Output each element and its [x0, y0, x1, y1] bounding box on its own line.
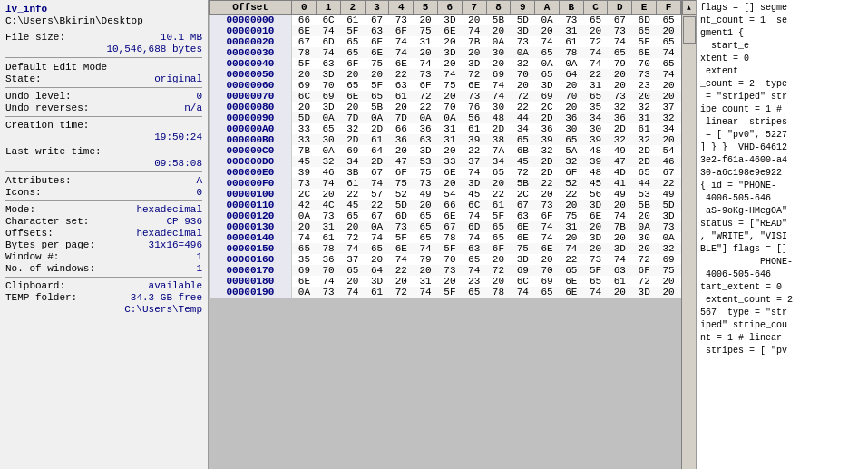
hex-cell[interactable]: 20 [486, 58, 511, 69]
hex-cell[interactable]: 5F [389, 232, 414, 243]
hex-cell[interactable]: 52 [389, 189, 414, 200]
hex-cell[interactable]: 53 [632, 189, 657, 200]
hex-cell[interactable]: 6F [340, 58, 365, 69]
hex-cell[interactable]: 36 [389, 134, 414, 145]
hex-cell[interactable]: 20 [583, 221, 608, 232]
hex-cell[interactable]: 61 [462, 123, 486, 134]
hex-cell[interactable]: 70 [535, 265, 560, 276]
hex-cell[interactable]: 73 [535, 200, 560, 210]
hex-cell[interactable]: 6C [292, 91, 317, 102]
hex-cell[interactable]: 61 [340, 178, 365, 189]
hex-cell[interactable]: 72 [462, 69, 486, 80]
hex-cell[interactable]: 74 [317, 25, 341, 36]
hex-cell[interactable]: 2D [365, 156, 389, 167]
hex-cell[interactable]: 20 [365, 69, 389, 80]
hex-cell[interactable]: 65 [292, 243, 317, 254]
hex-cell[interactable]: 74 [535, 232, 560, 243]
hex-cell[interactable]: 6E [632, 47, 657, 58]
hex-cell[interactable]: 7A [486, 145, 511, 156]
hex-cell[interactable]: 20 [535, 25, 560, 36]
hex-cell[interactable]: 20 [292, 221, 317, 232]
hex-cell[interactable]: 74 [462, 210, 486, 221]
hex-cell[interactable]: 36 [535, 123, 560, 134]
hex-cell[interactable]: 52 [559, 178, 583, 189]
hex-cell[interactable]: 32 [559, 156, 583, 167]
hex-cell[interactable]: 5D [511, 15, 535, 26]
hex-cell[interactable]: 65 [414, 232, 438, 243]
hex-cell[interactable]: 4D [608, 167, 632, 178]
hex-cell[interactable]: 44 [511, 112, 535, 123]
hex-cell[interactable]: 65 [583, 91, 608, 102]
hex-cell[interactable]: 65 [486, 221, 511, 232]
hex-cell[interactable]: 69 [317, 91, 341, 102]
hex-cell[interactable]: 74 [365, 178, 389, 189]
hex-cell[interactable]: 65 [340, 265, 365, 276]
hex-cell[interactable]: 30 [486, 102, 511, 112]
hex-cell[interactable]: 73 [559, 15, 583, 26]
hex-cell[interactable]: 3D [632, 287, 657, 298]
hex-cell[interactable]: 6E [511, 221, 535, 232]
hex-cell[interactable]: 69 [292, 265, 317, 276]
hex-cell[interactable]: 20 [438, 145, 463, 156]
hex-cell[interactable]: 65 [340, 36, 365, 47]
hex-cell[interactable]: 5A [559, 145, 583, 156]
hex-cell[interactable]: 67 [657, 167, 681, 178]
hex-cell[interactable]: 6F [389, 25, 414, 36]
hex-cell[interactable]: 20 [438, 178, 463, 189]
hex-cell[interactable]: 36 [559, 112, 583, 123]
hex-cell[interactable]: 67 [365, 15, 389, 26]
hex-cell[interactable]: 63 [511, 210, 535, 221]
hex-cell[interactable]: 48 [583, 167, 608, 178]
hex-cell[interactable]: 32 [535, 145, 560, 156]
hex-cell[interactable]: 67 [608, 15, 632, 26]
hex-cell[interactable]: 5F [365, 80, 389, 91]
hex-cell[interactable]: 20 [462, 15, 486, 26]
hex-cell[interactable]: 30 [486, 47, 511, 58]
hex-cell[interactable]: 6F [559, 167, 583, 178]
hex-cell[interactable]: 45 [511, 156, 535, 167]
hex-cell[interactable]: 63 [389, 80, 414, 91]
hex-cell[interactable]: 57 [365, 189, 389, 200]
hex-cell[interactable]: 65 [365, 91, 389, 102]
hex-cell[interactable]: 30 [632, 232, 657, 243]
hex-cell[interactable]: 39 [583, 134, 608, 145]
hex-cell[interactable]: 74 [340, 287, 365, 298]
hex-cell[interactable]: 36 [317, 254, 341, 265]
hex-cell[interactable]: 65 [657, 36, 681, 47]
hex-cell[interactable]: 6C [511, 276, 535, 287]
hex-cell[interactable]: 22 [365, 200, 389, 210]
hex-cell[interactable]: 73 [317, 287, 341, 298]
hex-cell[interactable]: 78 [438, 232, 463, 243]
hex-cell[interactable]: 7B [608, 221, 632, 232]
hex-cell[interactable]: 74 [657, 69, 681, 80]
hex-cell[interactable]: 75 [389, 178, 414, 189]
hex-cell[interactable]: 65 [340, 47, 365, 58]
hex-cell[interactable]: 61 [365, 287, 389, 298]
hex-cell[interactable]: 22 [583, 69, 608, 80]
hex-cell[interactable]: 20 [559, 80, 583, 91]
hex-cell[interactable]: 74 [583, 58, 608, 69]
hex-cell[interactable]: 20 [535, 254, 560, 265]
hex-cell[interactable]: 74 [462, 265, 486, 276]
hex-cell[interactable]: 44 [632, 178, 657, 189]
hex-cell[interactable]: 78 [559, 47, 583, 58]
hex-cell[interactable]: 32 [632, 102, 657, 112]
hex-cell[interactable]: 2D [535, 167, 560, 178]
hex-cell[interactable]: 6D [317, 36, 341, 47]
hex-cell[interactable]: 63 [608, 265, 632, 276]
hex-cell[interactable]: 53 [414, 156, 438, 167]
hex-cell[interactable]: 75 [559, 210, 583, 221]
hex-cell[interactable]: 61 [608, 276, 632, 287]
hex-cell[interactable]: 45 [583, 178, 608, 189]
hex-cell[interactable]: 20 [559, 102, 583, 112]
hex-cell[interactable]: 74 [535, 36, 560, 47]
hex-cell[interactable]: 3D [535, 80, 560, 91]
hex-cell[interactable]: 6E [559, 276, 583, 287]
hex-cell[interactable]: 20 [559, 232, 583, 243]
hex-cell[interactable]: 6E [389, 58, 414, 69]
hex-cell[interactable]: 74 [608, 36, 632, 47]
hex-cell[interactable]: 72 [583, 36, 608, 47]
hex-cell[interactable]: 74 [535, 221, 560, 232]
hex-cell[interactable]: 74 [486, 91, 511, 102]
hex-cell[interactable]: 74 [583, 47, 608, 58]
